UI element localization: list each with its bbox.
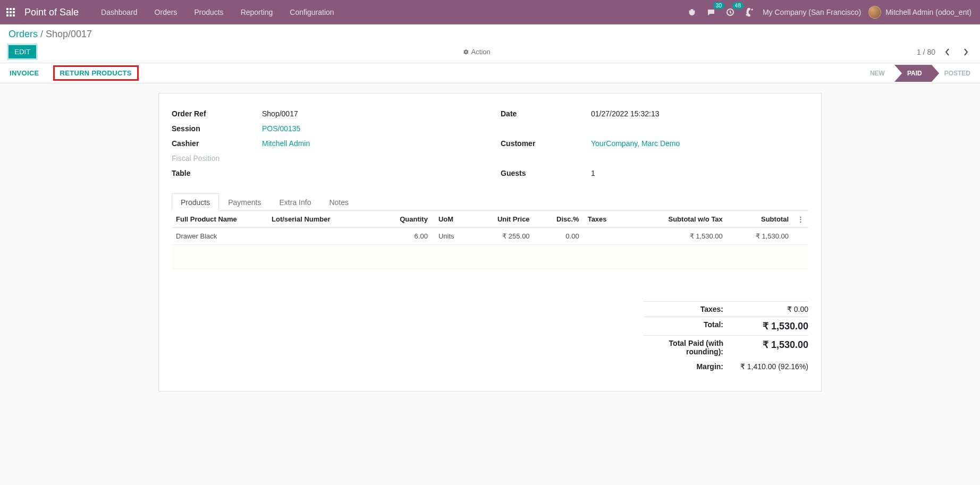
pager-text[interactable]: 1 / 80	[917, 48, 935, 56]
status-states: NEW PAID POSTED	[857, 63, 980, 83]
svg-rect-1	[10, 8, 12, 10]
cell-uom: Units	[432, 228, 469, 245]
tab-payments[interactable]: Payments	[219, 193, 270, 211]
pager-prev[interactable]	[942, 46, 953, 58]
action-dropdown[interactable]: Action	[463, 48, 491, 56]
table-label: Table	[172, 169, 262, 177]
pager-next[interactable]	[960, 46, 971, 58]
avatar	[868, 6, 881, 19]
status-bar: INVOICE RETURN PRODUCTS NEW PAID POSTED	[0, 63, 980, 83]
state-new[interactable]: NEW	[857, 65, 894, 82]
cell-subtotal: ₹ 1,530.00	[727, 228, 793, 245]
apps-icon[interactable]	[4, 6, 17, 19]
user-name: Mitchell Admin (odoo_ent)	[885, 8, 971, 16]
messages-icon[interactable]: 30	[705, 6, 717, 18]
tab-extra[interactable]: Extra Info	[271, 193, 320, 211]
activities-icon[interactable]: 48	[724, 6, 736, 18]
cell-lot	[267, 228, 374, 245]
guests-label: Guests	[501, 169, 591, 177]
invoice-button[interactable]: INVOICE	[9, 68, 40, 78]
total-label: Total:	[644, 320, 734, 332]
th-subtotal: Subtotal	[727, 211, 793, 228]
th-disc: Disc.%	[534, 211, 584, 228]
cell-price: ₹ 255.00	[469, 228, 534, 245]
order-ref-value: Shop/0017	[262, 109, 479, 118]
margin-value: ₹ 1,410.00 (92.16%)	[734, 362, 808, 371]
date-value: 01/27/2022 15:32:13	[591, 109, 808, 118]
th-price: Unit Price	[469, 211, 534, 228]
fiscal-label: Fiscal Position	[172, 154, 262, 163]
form-sheet: Order RefShop/0017 SessionPOS/00135 Cash…	[158, 93, 822, 392]
top-nav: Point of Sale Dashboard Orders Products …	[0, 0, 980, 24]
empty-row-area	[172, 245, 808, 269]
date-label: Date	[501, 109, 591, 118]
tab-products[interactable]: Products	[172, 193, 219, 211]
session-link[interactable]: POS/00135	[262, 124, 479, 133]
action-label: Action	[471, 48, 491, 56]
cell-qty: 6.00	[374, 228, 432, 245]
left-column: Order RefShop/0017 SessionPOS/00135 Cash…	[172, 106, 479, 181]
breadcrumb-current: Shop/0017	[46, 29, 92, 39]
tab-notes[interactable]: Notes	[320, 193, 358, 211]
order-ref-label: Order Ref	[172, 109, 262, 118]
session-label: Session	[172, 124, 262, 133]
svg-rect-5	[13, 11, 15, 13]
svg-rect-2	[13, 8, 15, 10]
totals-block: Taxes:₹ 0.00 Total:₹ 1,530.00 Total Paid…	[644, 301, 808, 374]
th-name: Full Product Name	[172, 211, 267, 228]
total-value: ₹ 1,530.00	[734, 320, 808, 332]
menu-configuration[interactable]: Configuration	[282, 4, 341, 21]
order-lines-table: Full Product Name Lot/serial Number Quan…	[172, 211, 808, 269]
user-menu[interactable]: Mitchell Admin (odoo_ent)	[868, 6, 971, 19]
fiscal-value	[262, 154, 479, 163]
svg-rect-7	[10, 14, 12, 16]
menu-reporting[interactable]: Reporting	[233, 4, 281, 21]
control-panel: Orders / Shop/0017 EDIT Action 1 / 80	[0, 24, 980, 63]
th-uom: UoM	[432, 211, 469, 228]
support-icon[interactable]	[744, 6, 755, 18]
return-products-button[interactable]: RETURN PRODUCTS	[53, 65, 139, 81]
menu-orders[interactable]: Orders	[147, 4, 185, 21]
th-taxes: Taxes	[584, 211, 627, 228]
gear-icon	[463, 49, 469, 55]
notebook-tabs: Products Payments Extra Info Notes	[172, 193, 808, 211]
paid-label: Total Paid (with rounding):	[644, 339, 734, 356]
pager: 1 / 80	[917, 46, 971, 58]
cell-subtotal-wo: ₹ 1,530.00	[627, 228, 727, 245]
debug-icon[interactable]	[686, 6, 698, 18]
th-qty: Quantity	[374, 211, 432, 228]
th-lot: Lot/serial Number	[267, 211, 374, 228]
svg-rect-8	[13, 14, 15, 16]
th-subtotal-wo: Subtotal w/o Tax	[627, 211, 727, 228]
cashier-label: Cashier	[172, 139, 262, 148]
guests-value: 1	[591, 169, 808, 177]
cell-disc: 0.00	[534, 228, 584, 245]
svg-rect-3	[6, 11, 9, 13]
paid-value: ₹ 1,530.00	[734, 339, 808, 356]
breadcrumb: Orders / Shop/0017	[9, 29, 971, 40]
table-row[interactable]: Drawer Black 6.00 Units ₹ 255.00 0.00 ₹ …	[172, 228, 808, 245]
menu-dashboard[interactable]: Dashboard	[94, 4, 145, 21]
table-value	[262, 169, 479, 177]
company-switcher[interactable]: My Company (San Francisco)	[763, 8, 861, 16]
right-column: Date01/27/2022 15:32:13 CustomerYourComp…	[501, 106, 808, 181]
th-options[interactable]: ⋮	[793, 211, 808, 228]
messages-badge: 30	[713, 2, 724, 9]
customer-label: Customer	[501, 139, 591, 148]
cell-taxes	[584, 228, 627, 245]
customer-link[interactable]: YourCompany, Marc Demo	[591, 139, 808, 148]
menu-products[interactable]: Products	[187, 4, 231, 21]
cell-name: Drawer Black	[172, 228, 267, 245]
brand-title[interactable]: Point of Sale	[24, 7, 79, 18]
taxes-label: Taxes:	[644, 305, 734, 313]
svg-rect-4	[10, 11, 12, 13]
edit-button[interactable]: EDIT	[9, 45, 36, 58]
svg-rect-6	[6, 14, 9, 16]
taxes-value: ₹ 0.00	[734, 305, 808, 313]
systray: 30 48 My Company (San Francisco) Mitchel…	[686, 6, 976, 19]
breadcrumb-orders[interactable]: Orders	[9, 29, 38, 39]
activities-badge: 48	[732, 2, 744, 9]
cashier-link[interactable]: Mitchell Admin	[262, 139, 479, 148]
main-menu: Dashboard Orders Products Reporting Conf…	[94, 4, 342, 21]
svg-rect-0	[6, 8, 9, 10]
